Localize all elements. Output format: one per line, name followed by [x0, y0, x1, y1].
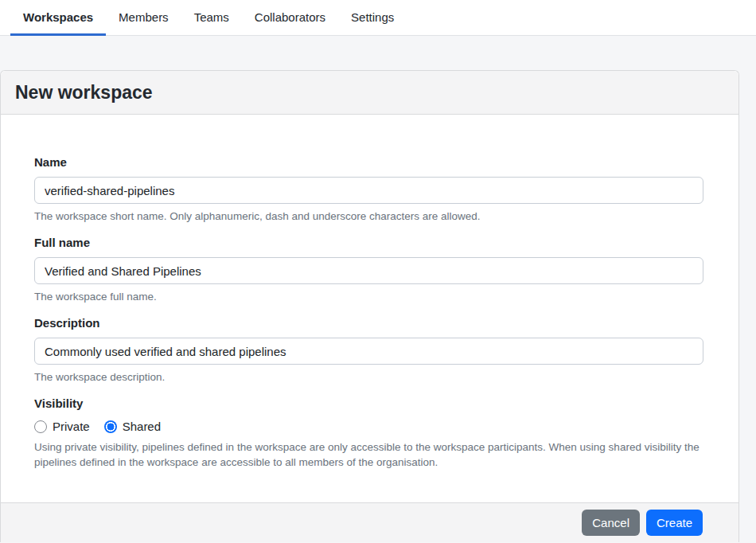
radio-private-icon[interactable] [34, 420, 47, 433]
tab-collaborators[interactable]: Collaborators [242, 0, 338, 36]
full-name-label: Full name [34, 236, 703, 249]
name-field-group: Name The workspace short name. Only alph… [34, 156, 703, 224]
page-background-gap [0, 36, 756, 70]
visibility-label: Visibility [34, 397, 703, 410]
new-workspace-card: New workspace Name The workspace short n… [0, 70, 739, 542]
tab-members[interactable]: Members [106, 0, 181, 36]
create-button[interactable]: Create [646, 510, 703, 536]
visibility-field-group: Visibility Private Shared Using private … [34, 397, 703, 470]
tab-teams[interactable]: Teams [181, 0, 242, 36]
org-tab-bar: Workspaces Members Teams Collaborators S… [0, 0, 756, 36]
name-input[interactable] [34, 177, 703, 204]
visibility-option-private[interactable]: Private [34, 420, 90, 433]
full-name-input[interactable] [34, 257, 703, 284]
full-name-help-text: The workspace full name. [34, 289, 703, 304]
visibility-option-shared[interactable]: Shared [104, 420, 161, 433]
radio-private-label: Private [53, 420, 90, 433]
visibility-help-text: Using private visibility, pipelines defi… [34, 439, 703, 470]
full-name-field-group: Full name The workspace full name. [34, 236, 703, 304]
description-input[interactable] [34, 338, 703, 365]
new-workspace-form: Name The workspace short name. Only alph… [1, 115, 738, 502]
name-label: Name [34, 156, 703, 169]
tab-workspaces[interactable]: Workspaces [10, 0, 106, 36]
description-label: Description [34, 317, 703, 330]
description-field-group: Description The workspace description. [34, 317, 703, 385]
visibility-options: Private Shared [34, 420, 703, 433]
description-help-text: The workspace description. [34, 369, 703, 385]
tab-settings[interactable]: Settings [338, 0, 407, 36]
radio-shared-icon[interactable] [104, 420, 117, 433]
cancel-button[interactable]: Cancel [582, 510, 640, 536]
card-header: New workspace [1, 71, 738, 115]
card-footer: Cancel Create [1, 502, 738, 542]
page-title: New workspace [15, 79, 724, 106]
radio-shared-label: Shared [123, 420, 161, 433]
name-help-text: The workspace short name. Only alphanume… [34, 209, 703, 224]
